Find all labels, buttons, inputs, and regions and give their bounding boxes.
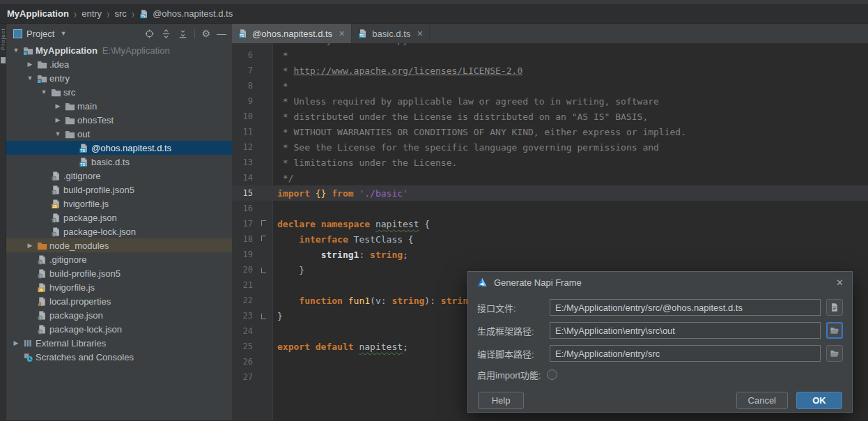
tab-close-icon[interactable]: ✕ [417, 29, 423, 38]
fold-marker[interactable] [257, 308, 272, 323]
hide-button[interactable]: — [217, 29, 226, 38]
chevron-right-icon[interactable]: ▶ [24, 242, 36, 249]
tree-item-main[interactable]: ▶main [6, 99, 232, 113]
tree-item-basic-d-ts[interactable]: TSbasic.d.ts [6, 155, 232, 169]
breadcrumb-item[interactable]: entry [82, 8, 102, 19]
pick-file-button[interactable] [826, 299, 843, 316]
gutter-spacer [257, 93, 272, 109]
tree-item-ohostest[interactable]: ▶ohosTest [6, 113, 232, 127]
code-line-19[interactable]: 19 string1: string; [232, 247, 868, 262]
tree-item--gitignore[interactable]: .gitignore [6, 252, 232, 266]
stripe-project-label[interactable]: Project [0, 28, 6, 50]
line-number: 21 [232, 280, 257, 290]
tree-item-package-lock-json[interactable]: package-lock.json [6, 224, 232, 238]
chevron-down-icon[interactable]: ▼ [60, 30, 66, 37]
tab-close-icon[interactable]: ✕ [339, 29, 345, 38]
enable-import-radio[interactable] [547, 369, 557, 380]
dialog-title-bar[interactable]: Generate Napi Frame ✕ [468, 272, 852, 293]
field-input[interactable]: E:/MyApplication/entry/src/@ohos.napites… [550, 299, 821, 316]
gutter-spacer [257, 63, 272, 78]
gutter-spacer [257, 354, 272, 369]
code-line-15[interactable]: 15import {} from './basic' [232, 185, 868, 201]
code-line-13[interactable]: 13 * limitations under the License. [232, 155, 868, 170]
code-line-17[interactable]: 17declare namespace napitest { [232, 216, 868, 231]
code-text: * limitations under the License. [272, 158, 457, 168]
chevron-down-icon[interactable]: ▼ [38, 89, 49, 95]
line-number: 23 [232, 311, 257, 321]
file-json-icon [51, 185, 61, 195]
tree-item-external-libraries[interactable]: ▶External Libraries [6, 336, 232, 350]
breadcrumb-item[interactable]: TS@ohos.napitest.d.ts [139, 8, 233, 19]
code-line-16[interactable]: 16 [232, 201, 868, 216]
tree-item-package-json[interactable]: package.json [6, 308, 232, 322]
tree-item-package-json[interactable]: package.json [6, 210, 232, 224]
cancel-button[interactable]: Cancel [736, 392, 788, 409]
chevron-down-icon[interactable]: ▼ [10, 47, 22, 54]
code-line-6[interactable]: 6 * [232, 47, 868, 63]
chevron-right-icon[interactable]: ▶ [52, 102, 63, 109]
code-text: declare namespace napitest { [272, 219, 430, 229]
ok-button[interactable]: OK [796, 392, 842, 409]
line-number: 26 [232, 357, 257, 367]
browse-folder-button[interactable] [826, 345, 843, 362]
code-line-10[interactable]: 10 * distributed under the License is di… [232, 109, 868, 124]
tree-item-scratches-and-consoles[interactable]: Scratches and Consoles [6, 350, 232, 364]
breadcrumb-item[interactable]: src [114, 8, 126, 19]
tree-item-build-profile-json5[interactable]: build-profile.json5 [6, 266, 232, 280]
editor-tab--ohos-napitest-d-ts[interactable]: TS@ohos.napitest.d.ts✕ [232, 24, 352, 43]
editor-tab-basic-d-ts[interactable]: TSbasic.d.ts✕ [352, 24, 430, 43]
field-input[interactable]: E:\MyApplication\entry\src\out [550, 322, 821, 339]
code-line-14[interactable]: 14 */ [232, 170, 868, 185]
browse-folder-button[interactable] [826, 322, 843, 339]
tree-item--gitignore[interactable]: .gitignore [6, 169, 232, 183]
tree-item--ohos-napitest-d-ts[interactable]: TS@ohos.napitest.d.ts [6, 141, 232, 155]
tree-item-src[interactable]: ▼src [6, 85, 232, 99]
code-line-12[interactable]: 12 * See the License for the specific la… [232, 139, 868, 155]
chevron-down-icon[interactable]: ▼ [52, 130, 63, 137]
chevron-right-icon[interactable]: ▶ [52, 116, 63, 123]
chevron-right-icon[interactable]: ▶ [10, 339, 22, 346]
tree-item-hvigorfile-js[interactable]: JShvigorfile.js [6, 197, 232, 210]
tree-item-node-modules[interactable]: ▶node_modules [6, 238, 232, 252]
expand-all-button[interactable] [161, 29, 171, 39]
tree-item-path-suffix: E:\MyApplication [102, 45, 170, 56]
chevron-down-icon[interactable]: ▼ [24, 75, 36, 82]
fold-marker[interactable] [257, 216, 272, 231]
help-button[interactable]: Help [478, 392, 524, 409]
tree-item-entry[interactable]: ▼entry [6, 71, 232, 85]
code-text: * You may obtain a copy of the License a… [272, 43, 506, 45]
tree-item-hvigorfile-js[interactable]: JShvigorfile.js [6, 280, 232, 294]
tree-item-out[interactable]: ▼out [6, 127, 232, 141]
close-icon[interactable]: ✕ [836, 277, 844, 288]
stripe-toolwindow-icon[interactable] [1, 57, 6, 63]
chevron-right-icon[interactable]: ▶ [24, 61, 36, 68]
breadcrumb-item[interactable]: MyApplication [7, 8, 69, 19]
fold-marker[interactable] [257, 262, 272, 277]
collapse-all-button[interactable] [178, 29, 188, 39]
tree-item-myapplication[interactable]: ▼MyApplicationE:\MyApplication [6, 43, 232, 57]
generate-napi-frame-dialog: Generate Napi Frame ✕ 接口文件:E:/MyApplicat… [467, 271, 853, 413]
folder-icon [65, 129, 75, 139]
code-line-9[interactable]: 9 * Unless required by applicable law or… [232, 93, 868, 109]
code-line-18[interactable]: 18 interface TestClass { [232, 231, 868, 247]
tree-item--idea[interactable]: ▶.idea [6, 57, 232, 71]
code-line-11[interactable]: 11 * WITHOUT WARRANTIES OR CONDITIONS OF… [232, 124, 868, 139]
field-label: 接口文件: [477, 301, 544, 314]
select-opened-file-button[interactable] [144, 29, 155, 39]
tree-item-label: basic.d.ts [91, 157, 130, 167]
tree-item-local-properties[interactable]: local.properties [6, 294, 232, 308]
tree-item-build-profile-json5[interactable]: build-profile.json5 [6, 183, 232, 197]
svg-text:JS: JS [52, 204, 57, 208]
line-number: 9 [232, 96, 257, 106]
code-line-7[interactable]: 7 * http://www.apache.org/licenses/LICEN… [232, 63, 868, 78]
tool-window-stripe[interactable]: Project [0, 24, 6, 420]
code-line-8[interactable]: 8 * [232, 78, 868, 93]
fold-marker[interactable] [257, 231, 272, 247]
line-number: 15 [232, 188, 257, 198]
tree-item-package-lock-json[interactable]: package-lock.json [6, 322, 232, 336]
gear-icon: ⚙ [201, 28, 210, 39]
field-input[interactable]: E:/MyApplication/entry/src [550, 345, 821, 362]
project-panel-title[interactable]: Project [26, 29, 54, 39]
tree-item-label: package-lock.json [49, 324, 122, 335]
settings-button[interactable]: ⚙ [201, 29, 210, 38]
